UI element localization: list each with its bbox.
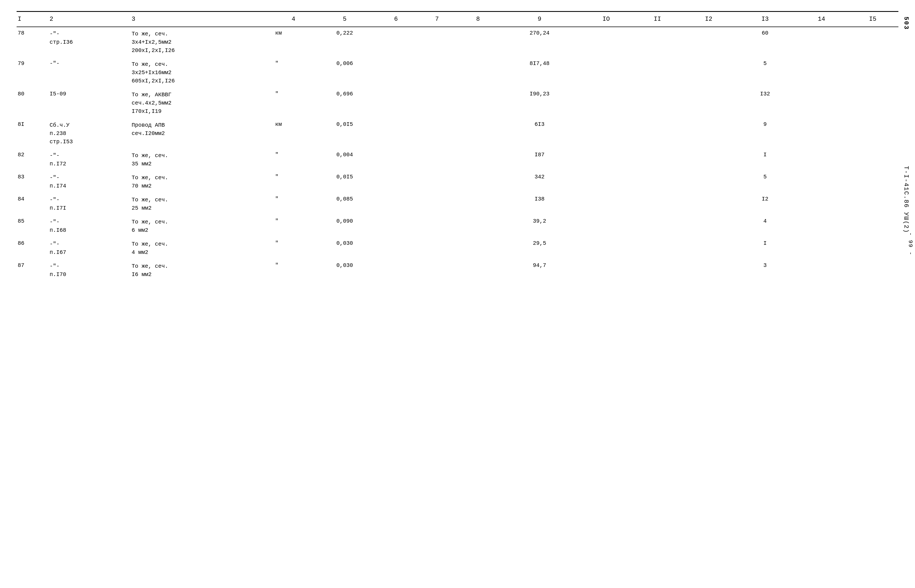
cell-8-2: -"- п.I68: [47, 215, 129, 237]
cell-5-5: 0,004: [314, 149, 375, 171]
header-col10: IO: [580, 11, 632, 27]
cell-9-13: I: [734, 237, 796, 259]
cell-6-1: 83: [16, 171, 47, 193]
cell-3-3: То же, АКВВГ сеч.4х2,5мм2 I70хI,I19: [129, 88, 273, 118]
cell-1-8: [457, 27, 498, 58]
cell-6-4: ": [273, 171, 314, 193]
cell-4-1: 8I: [16, 118, 47, 149]
cell-7-11: [632, 193, 683, 215]
cell-9-14: [796, 237, 847, 259]
cell-1-12: [683, 27, 734, 58]
cell-1-15: [847, 27, 899, 58]
cell-5-6: [375, 149, 416, 171]
cell-5-1: 82: [16, 149, 47, 171]
cell-9-8: [457, 237, 498, 259]
cell-2-7: [416, 58, 457, 88]
cell-8-5: 0,090: [314, 215, 375, 237]
cell-10-9: 94,7: [499, 259, 580, 281]
cell-3-1: 80: [16, 88, 47, 118]
cell-6-3: То же, сеч. 70 мм2: [129, 171, 273, 193]
cell-3-9: I90,23: [499, 88, 580, 118]
cell-7-8: [457, 193, 498, 215]
cell-4-15: [847, 118, 899, 149]
document-code-label: Т-I-41С.86 УШ(2): [902, 166, 910, 233]
cell-8-13: 4: [734, 215, 796, 237]
cell-6-13: 5: [734, 171, 796, 193]
cell-7-2: -"- п.I7I: [47, 193, 129, 215]
cell-4-13: 9: [734, 118, 796, 149]
cell-5-12: [683, 149, 734, 171]
cell-8-1: 85: [16, 215, 47, 237]
header-col3: 3: [129, 11, 273, 27]
main-table: I 2 3 4 5 6 7 8 9 IO II I2 I3 14 I5 78-"…: [16, 11, 899, 281]
cell-7-6: [375, 193, 416, 215]
cell-9-2: -"- п.I67: [47, 237, 129, 259]
cell-10-12: [683, 259, 734, 281]
cell-7-7: [416, 193, 457, 215]
table-row: 78-"- стр.I36То же, сеч. 3х4+Iх2,5мм2 20…: [16, 27, 899, 58]
cell-1-9: 270,24: [499, 27, 580, 58]
cell-5-8: [457, 149, 498, 171]
cell-2-3: То же, сеч. 3х25+Iх16мм2 605хI,2хI,I26: [129, 58, 273, 88]
cell-4-11: [632, 118, 683, 149]
cell-4-9: 6I3: [499, 118, 580, 149]
cell-4-10: [580, 118, 632, 149]
cell-6-11: [632, 171, 683, 193]
cell-2-14: [796, 58, 847, 88]
cell-7-12: [683, 193, 734, 215]
cell-10-2: -"- п.I70: [47, 259, 129, 281]
cell-7-14: [796, 193, 847, 215]
cell-2-4: ": [273, 58, 314, 88]
page-container: 503 Т-I-41С.86 УШ(2) I 2 3: [16, 11, 899, 564]
header-col1: I: [16, 11, 47, 27]
header-col7: 7: [416, 11, 457, 27]
cell-9-7: [416, 237, 457, 259]
cell-1-7: [416, 27, 457, 58]
cell-9-5: 0,030: [314, 237, 375, 259]
cell-9-9: 29,5: [499, 237, 580, 259]
table-row: 84-"- п.I7IТо же, сеч. 25 мм2"0,085I38I2: [16, 193, 899, 215]
cell-4-14: [796, 118, 847, 149]
cell-4-6: [375, 118, 416, 149]
cell-1-3: То же, сеч. 3х4+Iх2,5мм2 200хI,2хI,I26: [129, 27, 273, 58]
cell-10-8: [457, 259, 498, 281]
cell-3-4: ": [273, 88, 314, 118]
cell-8-6: [375, 215, 416, 237]
cell-2-10: [580, 58, 632, 88]
cell-5-7: [416, 149, 457, 171]
table-row: 86-"- п.I67То же, сеч. 4 мм2"0,03029,5I: [16, 237, 899, 259]
cell-4-5: 0,0I5: [314, 118, 375, 149]
page-number-label: 503: [902, 16, 910, 30]
table-row: 80I5-09То же, АКВВГ сеч.4х2,5мм2 I70хI,I…: [16, 88, 899, 118]
table-row: 82-"- п.I72То же, сеч. 35 мм2"0,004I87I: [16, 149, 899, 171]
cell-6-10: [580, 171, 632, 193]
cell-3-8: [457, 88, 498, 118]
cell-10-1: 87: [16, 259, 47, 281]
cell-6-8: [457, 171, 498, 193]
cell-3-7: [416, 88, 457, 118]
cell-9-4: ": [273, 237, 314, 259]
cell-3-6: [375, 88, 416, 118]
side-note: - 99 -: [907, 232, 913, 255]
cell-8-14: [796, 215, 847, 237]
cell-10-10: [580, 259, 632, 281]
cell-3-15: [847, 88, 899, 118]
cell-2-15: [847, 58, 899, 88]
cell-5-2: -"- п.I72: [47, 149, 129, 171]
cell-8-9: 39,2: [499, 215, 580, 237]
cell-1-6: [375, 27, 416, 58]
cell-1-10: [580, 27, 632, 58]
cell-8-15: [847, 215, 899, 237]
cell-10-13: 3: [734, 259, 796, 281]
cell-6-9: 342: [499, 171, 580, 193]
cell-8-12: [683, 215, 734, 237]
cell-3-10: [580, 88, 632, 118]
table-row: 85-"- п.I68То же, сеч. 6 мм2"0,09039,24: [16, 215, 899, 237]
cell-2-13: 5: [734, 58, 796, 88]
cell-10-4: ": [273, 259, 314, 281]
cell-2-5: 0,006: [314, 58, 375, 88]
cell-6-6: [375, 171, 416, 193]
cell-5-9: I87: [499, 149, 580, 171]
cell-7-15: [847, 193, 899, 215]
header-col14: 14: [796, 11, 847, 27]
